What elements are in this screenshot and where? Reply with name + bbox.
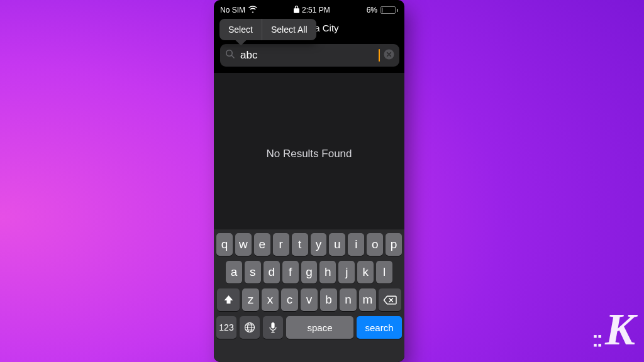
key-g[interactable]: g: [301, 261, 318, 283]
status-bar: No SIM 2:51 PM 6%: [214, 0, 404, 16]
key-y[interactable]: y: [311, 233, 327, 256]
key-s[interactable]: s: [245, 261, 261, 283]
search-input[interactable]: [239, 48, 375, 62]
watermark-logo: ▪▪▪▪ K: [593, 304, 633, 356]
key-m[interactable]: m: [359, 288, 376, 311]
search-row: Cancel: [214, 40, 404, 73]
search-key[interactable]: search: [357, 316, 402, 339]
no-results-label: No Results Found: [266, 148, 352, 160]
key-x[interactable]: x: [262, 288, 279, 311]
key-i[interactable]: i: [348, 233, 364, 256]
svg-line-1: [231, 55, 234, 58]
clock-text: 2:51 PM: [302, 6, 330, 14]
wallpaper: No SIM 2:51 PM 6% Choose a City: [0, 0, 644, 362]
battery-icon: [380, 6, 398, 14]
key-r[interactable]: r: [273, 233, 289, 256]
keyboard-row-bottom: 123 space search: [216, 316, 402, 339]
key-j[interactable]: j: [338, 261, 355, 283]
key-u[interactable]: u: [329, 233, 345, 256]
key-b[interactable]: b: [320, 288, 337, 311]
key-z[interactable]: z: [242, 288, 259, 311]
lock-icon: [294, 6, 299, 15]
dictation-key[interactable]: [263, 316, 283, 339]
key-h[interactable]: h: [319, 261, 336, 283]
keyboard-row-3: zxcvbnm: [216, 288, 402, 311]
results-area: No Results Found: [214, 73, 404, 235]
svg-rect-5: [271, 322, 274, 329]
numbers-key[interactable]: 123: [216, 316, 236, 339]
key-t[interactable]: t: [292, 233, 308, 256]
key-d[interactable]: d: [264, 261, 280, 283]
key-o[interactable]: o: [367, 233, 383, 256]
keyboard-row-2: asdfghjkl: [216, 261, 402, 283]
battery-pct: 6%: [367, 6, 377, 14]
edit-menu-callout: Select Select All: [219, 19, 316, 40]
text-caret: [379, 49, 380, 62]
clear-icon[interactable]: [384, 49, 394, 62]
key-a[interactable]: a: [226, 261, 242, 283]
search-icon: [225, 49, 235, 62]
key-k[interactable]: k: [357, 261, 374, 283]
search-field[interactable]: [220, 44, 399, 67]
shift-key[interactable]: [217, 288, 240, 311]
carrier-text: No SIM: [220, 6, 245, 14]
key-f[interactable]: f: [282, 261, 299, 283]
select-all-menu-item[interactable]: Select All: [262, 19, 316, 40]
key-l[interactable]: l: [376, 261, 392, 283]
key-v[interactable]: v: [301, 288, 318, 311]
key-e[interactable]: e: [254, 233, 270, 256]
space-key[interactable]: space: [286, 316, 353, 339]
backspace-key[interactable]: [379, 288, 401, 311]
key-c[interactable]: c: [281, 288, 298, 311]
key-p[interactable]: p: [386, 233, 402, 256]
key-w[interactable]: w: [235, 233, 252, 256]
wifi-icon: [248, 6, 257, 14]
key-n[interactable]: n: [340, 288, 357, 311]
key-q[interactable]: q: [216, 233, 233, 256]
phone-frame: No SIM 2:51 PM 6% Choose a City: [214, 0, 404, 362]
keyboard: qwertyuiop asdfghjkl zxcvbnm 123: [214, 229, 404, 362]
globe-key[interactable]: [240, 316, 260, 339]
keyboard-row-1: qwertyuiop: [216, 233, 402, 256]
